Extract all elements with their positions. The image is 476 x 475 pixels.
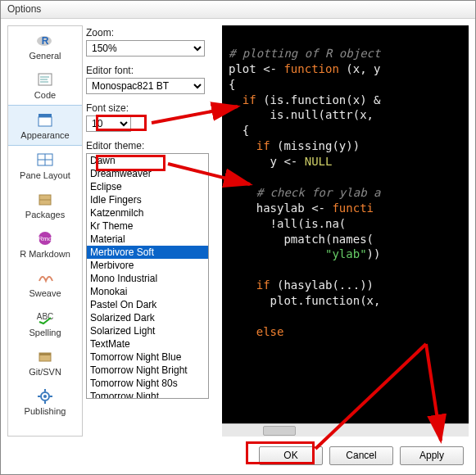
sidebar-item-label: Packages (25, 210, 65, 219)
publishing-icon (35, 387, 55, 405)
theme-option[interactable]: Material (87, 233, 208, 246)
sidebar-item-label: Appearance (20, 130, 69, 140)
font-size-select[interactable]: 10 (86, 115, 131, 132)
r-logo-icon: R (35, 31, 55, 49)
editor-font-label: Editor font: (86, 65, 217, 76)
preview-h-scrollbar[interactable] (222, 423, 469, 437)
titlebar: Options (1, 1, 475, 19)
apply-button[interactable]: Apply (400, 446, 464, 465)
svg-rect-6 (39, 117, 52, 126)
sidebar-item-general[interactable]: RGeneral (8, 26, 82, 66)
theme-option[interactable]: Merbivore Soft (87, 246, 208, 259)
button-row: OK Cancel Apply (1, 443, 475, 474)
theme-option[interactable]: TextMate (87, 337, 208, 351)
packages-icon (35, 190, 55, 208)
code-line: # plotting of R object (229, 47, 380, 60)
theme-option[interactable]: Tomorrow Night (87, 390, 208, 399)
sidebar-item-sweave[interactable]: Sweave (8, 264, 82, 303)
editor-font-select[interactable]: Monospac821 BT (86, 78, 205, 94)
settings-column: Zoom: 150% Editor font: Monospac821 BT F… (86, 25, 217, 437)
code-preview: # plotting of R object plot <- function … (222, 25, 469, 437)
sidebar-item-packages[interactable]: Packages (8, 185, 82, 224)
svg-text:ABC: ABC (37, 312, 54, 321)
theme-option[interactable]: Tomorrow Night 80s (87, 377, 208, 390)
theme-option[interactable]: Pastel On Dark (87, 298, 208, 311)
sidebar-item-label: Sweave (29, 288, 61, 298)
code-icon (35, 70, 55, 88)
theme-option[interactable]: Katzenmilch (87, 206, 208, 219)
theme-option[interactable]: Dreamweaver (87, 167, 208, 180)
theme-option[interactable]: Tomorrow Night Bright (87, 364, 208, 377)
sweave-icon (35, 269, 55, 287)
ok-button[interactable]: OK (259, 446, 323, 465)
zoom-select[interactable]: 150% (86, 40, 205, 57)
window-title: Options (7, 3, 41, 15)
theme-listbox[interactable]: DawnDreamweaverEclipseIdle FingersKatzen… (86, 153, 209, 399)
sidebar-item-git-svn[interactable]: Git/SVN (8, 342, 82, 382)
theme-option[interactable]: Dawn (87, 154, 208, 167)
theme-option[interactable]: Tomorrow Night Blue (87, 351, 208, 364)
svg-text:Rmd: Rmd (39, 235, 52, 242)
sidebar-item-pane-layout[interactable]: Pane Layout (8, 146, 82, 185)
sidebar-item-spelling[interactable]: ABCSpelling (8, 303, 82, 342)
cancel-button[interactable]: Cancel (329, 446, 393, 465)
theme-option[interactable]: Idle Fingers (87, 193, 208, 206)
scrollbar-thumb[interactable] (263, 426, 296, 436)
svg-rect-17 (39, 353, 51, 355)
rmarkdown-icon: Rmd (35, 229, 55, 247)
pane-layout-icon (35, 151, 55, 169)
spelling-icon: ABC (35, 308, 55, 326)
sidebar-item-label: Spelling (29, 328, 61, 337)
theme-option[interactable]: Kr Theme (87, 219, 208, 233)
sidebar-item-label: Git/SVN (29, 367, 61, 377)
theme-option[interactable]: Solarized Dark (87, 311, 208, 324)
appearance-icon (35, 111, 55, 129)
svg-rect-7 (39, 114, 52, 117)
sidebar-item-code[interactable]: Code (8, 66, 82, 105)
gitsvn-icon (35, 347, 55, 365)
editor-theme-label: Editor theme: (86, 140, 217, 152)
theme-option[interactable]: Monokai (87, 285, 208, 298)
font-size-label: Font size: (86, 102, 217, 114)
theme-option[interactable]: Merbivore (87, 259, 208, 272)
sidebar-item-label: Code (34, 90, 56, 100)
theme-option[interactable]: Eclipse (87, 180, 208, 193)
theme-option[interactable]: Mono Industrial (87, 272, 208, 285)
svg-text:R: R (42, 35, 49, 47)
sidebar-item-publishing[interactable]: Publishing (8, 382, 82, 421)
sidebar-item-appearance[interactable]: Appearance (8, 105, 82, 146)
svg-point-19 (43, 395, 47, 398)
options-dialog: Options RGeneralCodeAppearancePane Layou… (0, 0, 476, 475)
sidebar-item-label: Pane Layout (20, 170, 70, 180)
zoom-label: Zoom: (86, 27, 217, 38)
theme-option[interactable]: Solarized Light (87, 324, 208, 337)
sidebar-item-label: Publishing (25, 406, 66, 416)
sidebar: RGeneralCodeAppearancePane LayoutPackage… (7, 25, 83, 437)
sidebar-item-label: R Markdown (20, 249, 70, 259)
sidebar-item-r-markdown[interactable]: RmdR Markdown (8, 224, 82, 264)
sidebar-item-label: General (29, 51, 61, 61)
